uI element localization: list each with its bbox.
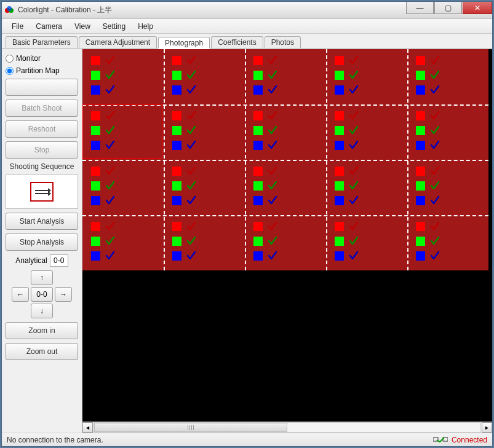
shooting-sequence-box[interactable]	[6, 175, 78, 209]
titlebar: Colorlight - Calibration - 上半 — ▢ ✕	[2, 2, 492, 19]
partition-cell[interactable]	[407, 160, 488, 215]
blue-swatch	[253, 85, 263, 95]
nav-up-button[interactable]: ↑	[31, 270, 53, 285]
reshoot-button[interactable]: Reshoot	[6, 120, 78, 138]
blank-button[interactable]	[6, 79, 78, 96]
partition-cell[interactable]	[164, 104, 245, 160]
side-panel: Monitor Partition Map Batch Shoot Reshoo…	[2, 49, 82, 433]
zoom-out-button[interactable]: Zoom out	[6, 343, 78, 360]
check-icon	[186, 140, 196, 150]
check-icon	[186, 221, 196, 231]
check-icon	[186, 236, 196, 246]
check-icon	[268, 195, 277, 205]
radio-partition-map[interactable]: Partition Map	[6, 66, 78, 75]
partition-cell[interactable]	[82, 215, 164, 270]
menu-camera[interactable]: Camera	[30, 20, 68, 33]
check-icon	[430, 111, 440, 120]
zoom-in-button[interactable]: Zoom in	[6, 322, 78, 339]
partition-cell[interactable]	[407, 215, 488, 270]
blue-swatch	[172, 141, 181, 150]
stop-button[interactable]: Stop	[6, 141, 78, 159]
check-icon	[430, 125, 440, 135]
close-button[interactable]: ✕	[463, 2, 492, 14]
check-icon	[349, 221, 359, 231]
check-icon	[186, 70, 196, 80]
partition-cell[interactable]	[164, 160, 245, 215]
partition-cell[interactable]	[326, 215, 407, 270]
radio-monitor-input[interactable]	[6, 55, 14, 63]
red-swatch	[416, 56, 425, 65]
nav-left-button[interactable]: ←	[12, 287, 29, 302]
tab-camera-adjustment[interactable]: Camera Adjustment	[79, 36, 157, 48]
status-left-text: No connection to the camera.	[7, 436, 103, 444]
batch-shoot-button[interactable]: Batch Shoot	[6, 100, 78, 117]
check-icon	[186, 181, 196, 191]
stop-analysis-button[interactable]: Stop Analysis	[6, 234, 78, 251]
blue-swatch	[91, 251, 100, 261]
scroll-thumb[interactable]	[94, 423, 287, 432]
scroll-track[interactable]	[94, 422, 481, 433]
check-icon	[349, 70, 359, 80]
partition-cell[interactable]	[326, 104, 407, 160]
partition-cell[interactable]	[407, 104, 488, 160]
menu-file[interactable]: File	[6, 20, 30, 33]
check-icon	[430, 221, 440, 231]
check-icon	[105, 221, 115, 231]
analytical-input[interactable]	[50, 254, 68, 267]
check-icon	[349, 140, 359, 150]
partition-cell[interactable]	[326, 49, 407, 104]
red-swatch	[172, 167, 181, 176]
partition-cell[interactable]	[245, 160, 326, 215]
nav-down-button[interactable]: ↓	[31, 304, 53, 318]
partition-cell[interactable]	[164, 49, 245, 104]
check-icon	[430, 236, 440, 246]
partition-cell[interactable]	[245, 215, 326, 270]
check-icon	[349, 111, 359, 120]
tab-coefficients[interactable]: Coefficients	[211, 36, 263, 48]
partition-area	[82, 49, 488, 270]
connection-icon	[433, 436, 448, 444]
radio-partition-map-input[interactable]	[6, 67, 14, 75]
green-swatch	[416, 71, 425, 80]
menu-help[interactable]: Help	[132, 20, 159, 33]
partition-cell[interactable]	[326, 160, 407, 215]
nav-center-cell[interactable]: 0-0	[31, 287, 53, 302]
red-swatch	[253, 167, 263, 176]
partition-cell[interactable]	[245, 49, 326, 104]
tab-photos[interactable]: Photos	[265, 36, 301, 48]
minimize-button[interactable]: —	[406, 2, 434, 14]
radio-monitor[interactable]: Monitor	[6, 54, 78, 63]
green-swatch	[253, 71, 263, 80]
red-swatch	[91, 222, 100, 231]
horizontal-scrollbar[interactable]: ◄ ►	[82, 422, 492, 433]
scroll-left-button[interactable]: ◄	[82, 422, 93, 433]
partition-cell[interactable]	[245, 104, 326, 160]
tab-basic-parameters[interactable]: Basic Parameters	[6, 36, 78, 48]
start-analysis-button[interactable]: Start Analysis	[6, 213, 78, 230]
check-icon	[349, 85, 359, 95]
tab-photograph[interactable]: Photograph	[158, 37, 210, 49]
check-icon	[186, 111, 196, 120]
nav-right-button[interactable]: →	[55, 287, 72, 302]
partition-viewport[interactable]	[82, 49, 492, 422]
scroll-right-button[interactable]: ►	[482, 422, 492, 433]
red-swatch	[253, 222, 263, 231]
maximize-button[interactable]: ▢	[434, 2, 462, 14]
partition-cell[interactable]	[82, 49, 164, 104]
partition-cell[interactable]	[82, 160, 164, 215]
green-swatch	[335, 71, 344, 80]
check-icon	[105, 236, 115, 246]
check-icon	[105, 195, 115, 205]
window-title: Colorlight - Calibration - 上半	[18, 5, 112, 15]
blue-swatch	[416, 196, 425, 205]
check-icon	[349, 251, 359, 261]
red-swatch	[172, 222, 181, 231]
check-icon	[349, 195, 359, 205]
menu-view[interactable]: View	[68, 20, 97, 33]
red-swatch	[335, 167, 344, 176]
partition-cell[interactable]	[407, 49, 488, 104]
analytical-row: Analytical	[6, 254, 78, 267]
partition-cell[interactable]	[164, 215, 245, 270]
check-icon	[349, 166, 359, 176]
menu-setting[interactable]: Setting	[97, 20, 132, 33]
